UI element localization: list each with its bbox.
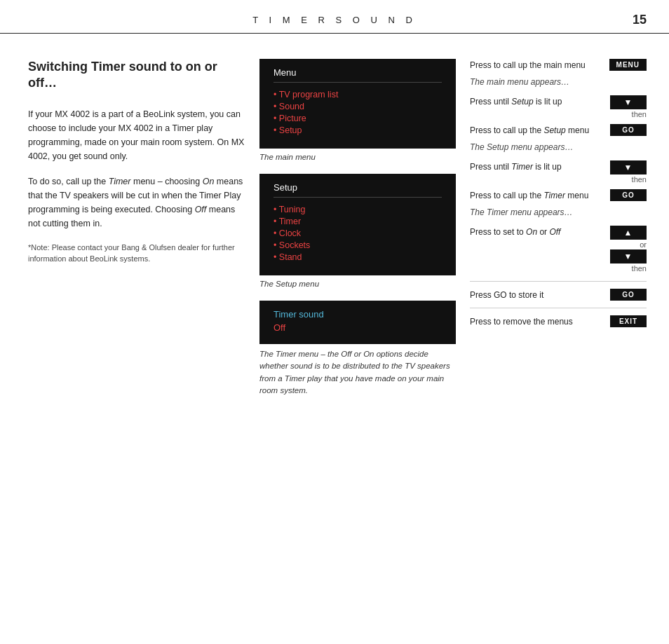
middle-column: Menu TV program list Sound Picture Setup… [259, 59, 456, 397]
divider [470, 281, 647, 282]
menu-item-tv: TV program list [273, 90, 442, 100]
page-header: T I M E R S O U N D 15 [0, 0, 669, 34]
step3b-buttons: GO [590, 189, 647, 201]
arrow-down-button-3[interactable]: ▼ [610, 249, 647, 263]
instruction-step3a: Press until Timer is lit up ▼ then [470, 160, 647, 185]
step2b-buttons: GO [590, 124, 647, 136]
step4-buttons: ▲ or ▼ then [590, 226, 647, 274]
setup-item-timer: Timer [273, 217, 442, 226]
step3a-text: Press until Timer is lit up [470, 160, 590, 172]
step5-buttons: GO [590, 289, 647, 301]
step1-text: Press to call up the main menu [470, 59, 590, 70]
instruction-step5: Press GO to store it GO [470, 289, 647, 301]
left-column: Switching Timer sound to on or off… If y… [28, 59, 245, 397]
step2a-text: Press until Setup is lit up [470, 95, 590, 107]
step5-text: Press GO to store it [470, 289, 590, 300]
arrow-up-button[interactable]: ▲ [610, 226, 647, 240]
note-text: *Note: Please contact your Bang & Olufse… [28, 242, 245, 265]
menu-button[interactable]: MENU [609, 59, 647, 71]
then-label-3: then [632, 264, 647, 273]
divider2 [470, 308, 647, 308]
step2-result-text: The Setup menu appears… [470, 141, 590, 152]
main-content: Switching Timer sound to on or off… If y… [0, 34, 669, 411]
instruction-step3b: Press to call up the Timer menu GO [470, 189, 647, 201]
instruction-step2a: Press until Setup is lit up ▼ then [470, 95, 647, 120]
section-title: Switching Timer sound to on or off… [28, 59, 245, 92]
step1-buttons: MENU [590, 59, 647, 71]
step3b-text: Press to call up the Timer menu [470, 189, 590, 200]
instruction-step6: Press to remove the menus EXIT [470, 315, 647, 327]
arrow-down-button-2[interactable]: ▼ [610, 160, 647, 174]
timer-menu-caption: The Timer menu – the Off or On options d… [259, 348, 456, 397]
step4-text: Press to set to On or Off [470, 226, 590, 237]
setup-item-stand: Stand [273, 252, 442, 262]
step2a-buttons: ▼ then [590, 95, 647, 120]
paragraph1: If your MX 4002 is a part of a BeoLink s… [28, 107, 245, 163]
then-label-2: then [632, 175, 647, 184]
main-menu-title: Menu [273, 67, 442, 83]
step6-buttons: EXIT [590, 315, 647, 327]
menu-item-sound: Sound [273, 102, 442, 111]
step6-text: Press to remove the menus [470, 315, 590, 327]
timer-menu-header: Timer sound [273, 309, 442, 320]
exit-button[interactable]: EXIT [610, 315, 647, 327]
menu-item-picture: Picture [273, 114, 442, 123]
step3-result-text: The Timer menu appears… [470, 206, 590, 217]
go-button-3[interactable]: GO [610, 289, 647, 301]
page-number: 15 [626, 13, 647, 27]
timer-menu-value: Off [273, 322, 442, 333]
page-title: T I M E R S O U N D [43, 15, 626, 25]
or-label: or [640, 240, 647, 249]
setup-item-tuning: Tuning [273, 205, 442, 214]
main-menu-caption: The main menu [259, 153, 456, 161]
timer-menu-box: Timer sound Off [259, 301, 456, 344]
instruction-step1-result: The main menu appears… [470, 75, 647, 91]
go-button-2[interactable]: GO [610, 189, 647, 201]
go-button-1[interactable]: GO [610, 124, 647, 136]
step3a-buttons: ▼ then [590, 160, 647, 185]
instruction-step2b: Press to call up the Setup menu GO [470, 124, 647, 136]
setup-menu-caption: The Setup menu [259, 280, 456, 288]
paragraph2: To do so, call up the Timer menu – choos… [28, 174, 245, 231]
instruction-step2-result: The Setup menu appears… [470, 140, 647, 156]
instruction-step4: Press to set to On or Off ▲ or ▼ then [470, 226, 647, 274]
setup-menu-box: Setup Tuning Timer Clock Sockets Stand [259, 174, 456, 275]
setup-item-clock: Clock [273, 228, 442, 238]
instruction-step3-result: The Timer menu appears… [470, 205, 647, 221]
setup-item-sockets: Sockets [273, 240, 442, 250]
instruction-step1: Press to call up the main menu MENU [470, 59, 647, 71]
menu-item-setup: Setup [273, 125, 442, 135]
main-menu-box: Menu TV program list Sound Picture Setup [259, 59, 456, 149]
setup-menu-title: Setup [273, 182, 442, 198]
step2b-text: Press to call up the Setup menu [470, 124, 590, 135]
right-column: Press to call up the main menu MENU The … [470, 59, 647, 397]
then-label-1: then [632, 110, 647, 118]
step1-result-text: The main menu appears… [470, 76, 590, 87]
arrow-down-button-1[interactable]: ▼ [610, 95, 647, 109]
